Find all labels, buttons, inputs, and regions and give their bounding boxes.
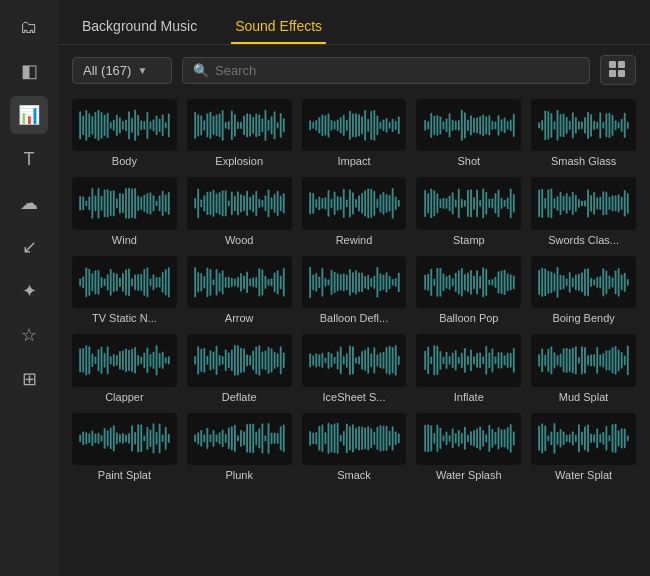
svg-rect-611	[101, 436, 103, 442]
sound-item[interactable]: Clapper	[72, 334, 177, 402]
sound-item[interactable]: Wood	[187, 177, 292, 245]
svg-rect-569	[500, 352, 502, 368]
filter-dropdown[interactable]: All (167) ▼	[72, 57, 172, 84]
svg-rect-5	[83, 115, 85, 134]
grid-view-button[interactable]	[600, 55, 636, 85]
sound-item[interactable]: Shot	[416, 99, 521, 167]
svg-rect-295	[603, 191, 605, 215]
sound-item[interactable]: Impact	[302, 99, 407, 167]
sound-item[interactable]: Rewind	[302, 177, 407, 245]
svg-rect-323	[138, 274, 140, 291]
sound-item[interactable]: Stamp	[416, 177, 521, 245]
svg-rect-359	[271, 278, 273, 286]
svg-rect-117	[494, 121, 496, 129]
svg-rect-42	[219, 113, 221, 137]
svg-rect-273	[512, 194, 514, 213]
svg-rect-587	[578, 357, 580, 364]
sound-item[interactable]: Balloon Defl...	[302, 256, 407, 324]
svg-rect-172	[134, 188, 136, 218]
svg-rect-720	[503, 430, 505, 448]
svg-rect-475	[144, 352, 146, 368]
svg-rect-478	[153, 352, 155, 369]
sound-item[interactable]: Paint Splat	[72, 413, 177, 481]
sound-item[interactable]: Smash Glass	[531, 99, 636, 167]
svg-rect-225	[343, 189, 345, 218]
sound-thumbnail	[416, 99, 521, 151]
svg-rect-221	[330, 199, 332, 208]
svg-rect-368	[321, 268, 323, 297]
sound-item[interactable]: Deflate	[187, 334, 292, 402]
svg-rect-468	[122, 351, 124, 371]
svg-rect-467	[119, 351, 121, 369]
svg-rect-528	[352, 346, 354, 374]
svg-rect-173	[138, 196, 140, 211]
svg-rect-741	[591, 434, 593, 443]
svg-rect-537	[379, 353, 381, 369]
audio-icon[interactable]: 📊	[10, 96, 48, 134]
svg-rect-360	[274, 272, 276, 292]
svg-rect-314	[110, 269, 112, 296]
svg-rect-380	[358, 272, 360, 291]
svg-rect-592	[594, 354, 596, 367]
svg-rect-109	[470, 115, 472, 135]
svg-rect-30	[159, 119, 161, 132]
sound-item[interactable]: Balloon Pop	[416, 256, 521, 324]
tab-sound-effects[interactable]: Sound Effects	[231, 10, 326, 44]
svg-rect-303	[627, 193, 629, 214]
svg-rect-530	[358, 356, 360, 364]
text-icon[interactable]: T	[10, 140, 48, 178]
svg-rect-328	[153, 274, 155, 290]
tab-bg-music[interactable]: Background Music	[78, 10, 201, 44]
sound-item[interactable]: Inflate	[416, 334, 521, 402]
star-icon[interactable]: ☆	[10, 316, 48, 354]
svg-rect-560	[473, 356, 475, 364]
svg-rect-354	[255, 277, 257, 288]
svg-rect-571	[506, 353, 508, 368]
svg-rect-15	[113, 120, 115, 131]
sound-item[interactable]: Body	[72, 99, 177, 167]
svg-rect-340	[213, 279, 215, 285]
svg-rect-409	[470, 270, 472, 295]
sound-item[interactable]: Water Splat	[531, 413, 636, 481]
svg-rect-540	[389, 346, 391, 375]
sound-item[interactable]: Boing Bendy	[531, 256, 636, 324]
svg-rect-105	[457, 120, 459, 131]
svg-rect-476	[147, 348, 149, 374]
sound-item[interactable]: Swords Clas...	[531, 177, 636, 245]
svg-rect-113	[482, 114, 484, 136]
svg-rect-422	[509, 274, 511, 290]
svg-rect-746	[606, 427, 608, 451]
svg-rect-178	[153, 195, 155, 211]
sound-item[interactable]: Plunk	[187, 413, 292, 481]
folder-icon[interactable]: 🗂	[10, 8, 48, 46]
svg-rect-712	[479, 427, 481, 451]
sound-item[interactable]: Arrow	[187, 256, 292, 324]
sound-item[interactable]: IceSheet S...	[302, 334, 407, 402]
sound-item[interactable]: TV Static N...	[72, 256, 177, 324]
svg-rect-135	[572, 112, 574, 138]
svg-rect-138	[581, 121, 583, 129]
svg-rect-726	[545, 426, 547, 452]
svg-rect-189	[210, 192, 212, 216]
sound-item[interactable]: Wind	[72, 177, 177, 245]
svg-rect-180	[159, 196, 161, 212]
svg-rect-390	[389, 275, 391, 288]
sound-item[interactable]: Water Splash	[416, 413, 521, 481]
sound-item[interactable]: Explosion	[187, 99, 292, 167]
sound-thumbnail	[302, 413, 407, 465]
sound-item[interactable]: Mud Splat	[531, 334, 636, 402]
svg-rect-638	[206, 428, 208, 449]
layers-icon[interactable]: ◧	[10, 52, 48, 90]
svg-rect-504	[255, 347, 257, 375]
svg-rect-139	[585, 117, 587, 133]
arrow-icon[interactable]: ↙	[10, 228, 48, 266]
svg-rect-283	[566, 193, 568, 214]
search-input[interactable]	[215, 63, 579, 78]
svg-rect-430	[557, 267, 559, 298]
svg-rect-28	[153, 119, 155, 131]
sound-item[interactable]: Smack	[302, 413, 407, 481]
effects-icon[interactable]: ✦	[10, 272, 48, 310]
layout-icon[interactable]: ⊞	[10, 360, 48, 398]
svg-rect-679	[355, 428, 357, 449]
cloud-icon[interactable]: ☁	[10, 184, 48, 222]
